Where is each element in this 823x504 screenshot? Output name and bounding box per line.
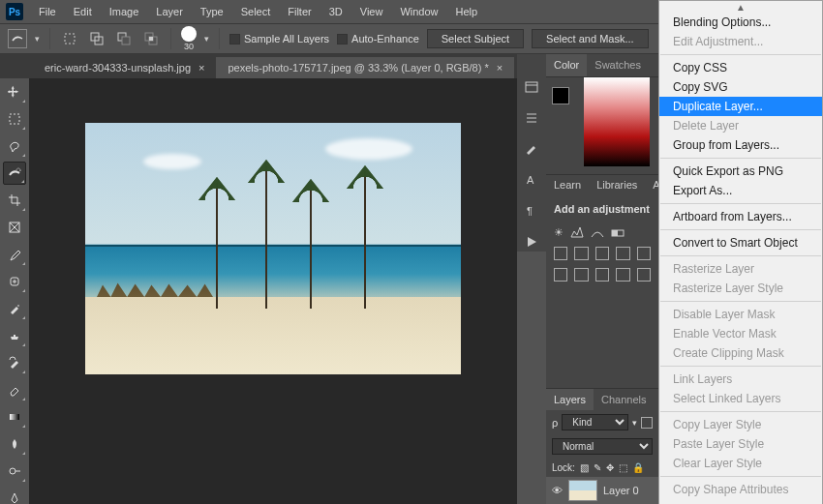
brush-tool[interactable]	[3, 297, 26, 320]
cm-edit-adjustment: Edit Adjustment...	[659, 32, 822, 51]
play-icon[interactable]	[522, 232, 541, 252]
cm-export-as[interactable]: Export As...	[659, 181, 822, 200]
brush-panel-icon[interactable]	[522, 139, 541, 159]
layer-thumbnail[interactable]	[568, 480, 597, 501]
menu-image[interactable]: Image	[102, 3, 147, 20]
menu-file[interactable]: File	[31, 3, 64, 20]
adjustment-icon[interactable]	[637, 247, 651, 260]
menu-layer[interactable]: Layer	[148, 3, 191, 20]
menu-select[interactable]: Select	[233, 3, 279, 20]
lock-transparency-icon[interactable]: ▧	[580, 462, 589, 473]
canvas-area[interactable]	[29, 78, 517, 504]
curves-icon[interactable]	[591, 226, 604, 239]
visibility-eye-icon[interactable]: 👁	[552, 485, 563, 496]
libraries-tab[interactable]: Libraries	[589, 175, 645, 195]
marquee-tool[interactable]	[3, 107, 26, 131]
lasso-tool[interactable]	[3, 134, 26, 158]
cm-convert-smart-object[interactable]: Convert to Smart Object	[659, 233, 822, 252]
menu-filter[interactable]: Filter	[280, 3, 319, 20]
intersect-selection-icon[interactable]	[141, 29, 161, 48]
learn-tab[interactable]: Learn	[546, 175, 589, 195]
cm-quick-export[interactable]: Quick Export as PNG	[659, 162, 822, 181]
brightness-icon[interactable]: ☀	[554, 226, 564, 239]
adjustment-icon[interactable]	[616, 268, 629, 282]
eyedropper-tool[interactable]	[3, 243, 26, 266]
menu-help[interactable]: Help	[448, 3, 486, 20]
adjustment-icon[interactable]	[554, 247, 567, 260]
paragraph-panel-icon[interactable]: ¶	[522, 201, 541, 221]
quick-selection-tool[interactable]	[3, 162, 26, 185]
adjustment-icon[interactable]	[574, 247, 588, 260]
menu-window[interactable]: Window	[392, 3, 445, 20]
pen-tool[interactable]	[3, 487, 26, 504]
adjustment-icon[interactable]	[595, 268, 609, 282]
color-picker[interactable]	[584, 77, 650, 166]
properties-panel-icon[interactable]	[522, 108, 541, 128]
layers-tab[interactable]: Layers	[546, 389, 594, 410]
document-tab[interactable]: eric-ward-304333-unsplash.jpg ×	[33, 57, 216, 78]
cm-link-layers: Link Layers	[659, 370, 822, 389]
cm-copy-css[interactable]: Copy CSS	[659, 58, 822, 77]
eraser-tool[interactable]	[3, 378, 26, 401]
brush-preview[interactable]	[181, 26, 197, 42]
close-icon[interactable]: ×	[198, 62, 204, 74]
adjustment-icon[interactable]	[554, 268, 567, 282]
document-tab[interactable]: pexels-photo-175717.jpeg @ 33.3% (Layer …	[216, 57, 514, 78]
menu-view[interactable]: View	[352, 3, 391, 20]
new-selection-icon[interactable]	[60, 29, 79, 48]
cm-blending-options[interactable]: Blending Options...	[659, 13, 822, 32]
clone-stamp-tool[interactable]	[3, 324, 26, 347]
filter-toggle-icon[interactable]	[641, 417, 653, 429]
swatches-tab[interactable]: Swatches	[587, 54, 649, 76]
crop-tool[interactable]	[3, 189, 26, 212]
adjustment-icon[interactable]	[616, 247, 629, 260]
cm-duplicate-layer[interactable]: Duplicate Layer...	[659, 97, 822, 116]
chevron-down-icon[interactable]: ▾	[204, 34, 209, 44]
menu-type[interactable]: Type	[193, 3, 231, 20]
move-tool[interactable]	[3, 80, 26, 104]
auto-enhance-checkbox[interactable]: Auto-Enhance	[337, 33, 419, 45]
scroll-up-icon[interactable]: ▲	[659, 3, 822, 13]
history-panel-icon[interactable]	[522, 77, 541, 97]
healing-brush-tool[interactable]	[3, 270, 26, 293]
lock-brush-icon[interactable]: ✎	[594, 462, 601, 473]
cm-artboard-from-layers[interactable]: Artboard from Layers...	[659, 207, 822, 226]
adjustment-icon[interactable]	[637, 268, 651, 282]
color-tab[interactable]: Color	[546, 54, 587, 76]
blend-mode-select[interactable]: Normal	[552, 438, 653, 455]
dodge-tool[interactable]	[3, 460, 26, 483]
sample-all-layers-checkbox[interactable]: Sample All Layers	[229, 33, 329, 45]
adjustment-icon[interactable]	[595, 247, 609, 260]
frame-tool[interactable]	[3, 216, 26, 239]
chevron-down-icon[interactable]: ▾	[632, 418, 637, 428]
tool-preset-picker[interactable]	[8, 29, 27, 48]
layer-row[interactable]: 👁 Layer 0	[546, 477, 658, 504]
cm-disable-layer-mask: Disable Layer Mask	[659, 305, 822, 324]
lock-all-icon[interactable]: 🔒	[632, 462, 644, 473]
lock-label: Lock:	[552, 462, 575, 473]
select-subject-button[interactable]: Select Subject	[427, 29, 524, 48]
subtract-selection-icon[interactable]	[114, 29, 134, 48]
cm-group-from-layers[interactable]: Group from Layers...	[659, 135, 822, 155]
add-selection-icon[interactable]	[87, 29, 107, 48]
history-brush-tool[interactable]	[3, 351, 26, 374]
layer-name[interactable]: Layer 0	[603, 485, 639, 496]
chevron-down-icon[interactable]: ▾	[35, 34, 40, 44]
blur-tool[interactable]	[3, 432, 26, 456]
layer-filter-select[interactable]: Kind	[562, 414, 628, 430]
select-and-mask-button[interactable]: Select and Mask...	[532, 29, 649, 48]
close-icon[interactable]: ×	[497, 62, 503, 74]
lock-artboard-icon[interactable]: ⬚	[619, 462, 627, 473]
cm-copy-svg[interactable]: Copy SVG	[659, 77, 822, 97]
adjustment-icon[interactable]	[574, 268, 588, 282]
foreground-background-swatch[interactable]	[552, 87, 569, 104]
exposure-icon[interactable]	[611, 226, 625, 239]
lock-position-icon[interactable]: ✥	[606, 462, 614, 473]
layers-panel: Layers Channels ρ Kind ▾ Normal Lock: ▧ …	[546, 388, 658, 504]
character-panel-icon[interactable]: A	[522, 170, 541, 190]
levels-icon[interactable]	[570, 226, 584, 239]
menu-edit[interactable]: Edit	[66, 3, 100, 20]
channels-tab[interactable]: Channels	[594, 389, 654, 410]
gradient-tool[interactable]	[3, 405, 26, 429]
menu-3d[interactable]: 3D	[321, 3, 351, 20]
